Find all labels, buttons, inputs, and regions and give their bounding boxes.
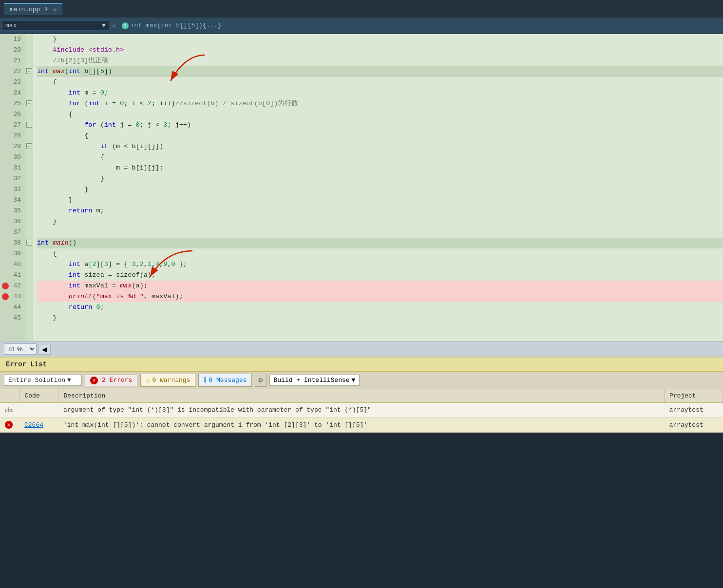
line-35: 35 [0,206,25,216]
table-row: ✕ C2664 'int max(int [][5])': cannot con… [0,417,723,433]
warnings-filter-button[interactable]: ⚠ 0 Warnings [140,374,195,387]
code-line-21: //b[2][3]也正确 [37,56,723,66]
code-line-30: { [37,152,723,163]
code-line-40: int a[2][3] = { 3,2,1,4,9,0 }; [37,259,723,270]
messages-filter-button[interactable]: ℹ 0 Messages [198,374,252,387]
pin-icon: 🖈 [44,6,49,13]
table-row: abc argument of type "int (*)[3]" is inc… [0,403,723,417]
line-31: 31 [0,163,25,173]
line-30: 30 [0,152,25,163]
col-desc-header: Description [58,389,665,403]
build-dropdown[interactable]: Build + IntelliSense ▼ [269,375,360,386]
error-row-2-project: arraytest [665,417,723,433]
filter-button[interactable]: ⚙ [255,374,266,387]
fold-22[interactable]: − [26,68,32,74]
line-36: 36 [0,216,25,227]
code-line-27: for (int j = 0; j < 3; j++) [37,120,723,131]
line-44: 44 [0,302,25,313]
line-39: 39 [0,248,25,259]
line-25: 25 [0,98,25,109]
col-project-header: Project [665,389,723,403]
zoom-dropdown[interactable]: 81 % 100 % 125 % 150 % [4,343,37,355]
errors-filter-button[interactable]: ✕ 2 Errors [85,375,137,386]
error-circle-icon: ✕ [5,421,13,429]
code-line-37 [37,227,723,238]
code-line-33: } [37,184,723,195]
error-row-2-code: C2664 [19,417,58,433]
tab-label: main.cpp [10,6,40,13]
line-29: 29 [0,141,25,152]
build-label: Build + IntelliSense [274,377,350,384]
error-row-1-project: arraytest [665,403,723,417]
tab-close-button[interactable]: ✕ [53,6,57,13]
warning-icon: ⚠ [146,376,150,385]
function-icon: ⊙ [122,22,129,29]
line-19: 19 [0,34,25,45]
error-icon: ✕ [90,377,98,384]
nav-dropdown[interactable]: max ▼ [2,20,109,31]
line-41: 41 [0,270,25,281]
line-20: 20 [0,45,25,56]
errors-count: 2 Errors [102,377,132,384]
code-line-20: #include <stdio.h> [37,45,723,56]
warnings-count: 0 Warnings [152,377,190,384]
breadcrumb-text: int max(int b[][5]){...} [131,22,222,29]
line-45: 45 [0,313,25,323]
line-23: 23 [0,77,25,88]
messages-count: 0 Messages [209,377,247,384]
line-24: 24 [0,88,25,98]
fold-25[interactable]: − [26,100,32,106]
code-editor[interactable]: 19 20 21 22 23 24 25 26 27 28 29 30 31 3… [0,34,723,341]
fold-29[interactable]: − [26,143,32,149]
code-line-29: if (m < b[i][j]) [37,141,723,152]
code-content[interactable]: } #include <stdio.h> //b[2][3]也正确 int ma… [33,34,723,341]
breadcrumb-function[interactable]: ⊙ int max(int b[][5]){...} [118,21,226,30]
error-code-link[interactable]: C2664 [24,421,43,429]
fold-column: − − − − − [25,34,33,341]
error-row-2-desc: 'int max(int [][5])': cannot convert arg… [58,417,665,433]
code-line-22: int max(int b[][5]) [37,66,723,77]
title-bar: main.cpp 🖈 ✕ [0,0,723,18]
line-32: 32 [0,173,25,184]
scope-chevron-icon: ▼ [67,377,71,384]
error-row-1-code [19,403,58,417]
line-37: 37 [0,227,25,238]
error-panel-title: Error List [0,358,723,372]
col-icon-header [0,389,19,403]
nav-separator: ⊲ [110,21,117,31]
nav-label: max [5,22,17,29]
code-line-35: return m; [37,206,723,216]
code-line-41: int sizea = sizeof(a); [37,270,723,281]
code-line-44: return 0; [37,302,723,313]
error-row-2-icon: ✕ [0,417,19,433]
code-line-31: m = b[i][j]; [37,163,723,173]
code-line-23: { [37,77,723,88]
fold-38[interactable]: − [26,240,32,246]
editor-tab[interactable]: main.cpp 🖈 ✕ [4,3,62,15]
code-line-19: } [37,34,723,45]
line-42: 42 [0,281,25,291]
scope-label: Entire Solution [8,377,65,384]
line-27: 27 [0,120,25,131]
editor-toolbar: max ▼ ⊲ ⊙ int max(int b[][5]){...} [0,18,723,34]
error-table: Code Description Project abc argument of… [0,389,723,433]
col-code-header: Code [19,389,58,403]
build-chevron-icon: ▼ [352,377,356,384]
line-33: 33 [0,184,25,195]
line-22: 22 [0,66,25,77]
code-line-43: printf("max is %d ", maxVal); [37,291,723,302]
line-21: 21 [0,56,25,66]
code-line-32: } [37,173,723,184]
code-line-39: { [37,248,723,259]
line-43: 43 [0,291,25,302]
fold-27[interactable]: − [26,122,32,128]
line-28: 28 [0,131,25,141]
line-gutter: 19 20 21 22 23 24 25 26 27 28 29 30 31 3… [0,34,25,341]
code-line-36: } [37,216,723,227]
line-34: 34 [0,195,25,206]
code-line-25: for (int i = 0; i < 2; i++)//sizeof(b) /… [37,98,723,109]
scope-dropdown[interactable]: Entire Solution ▼ [4,375,82,386]
code-line-34: } [37,195,723,206]
zoom-nav-button[interactable]: ◀ [38,344,51,355]
code-line-38: int main() [37,238,723,248]
